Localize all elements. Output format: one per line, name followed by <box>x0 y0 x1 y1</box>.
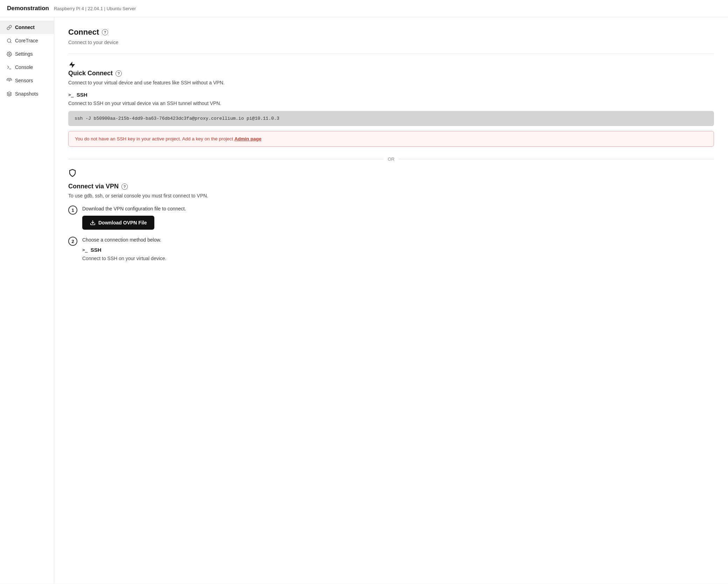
step-1-content: Download the VPN configuration file to c… <box>82 205 714 230</box>
page-title-help-icon[interactable]: ? <box>102 29 108 35</box>
vpn-ssh-title-row: >_ SSH <box>82 247 714 253</box>
quick-connect-description: Connect to your virtual device and use f… <box>68 80 714 85</box>
gear-icon <box>6 51 12 57</box>
device-meta: Raspberry Pi 4 | 22.04.1 | Ubuntu Server <box>53 6 136 11</box>
quick-connect-help-icon[interactable]: ? <box>115 70 122 77</box>
vpn-help-icon[interactable]: ? <box>121 183 128 190</box>
main-content: Connect ? Connect to your device Quick C… <box>54 17 728 584</box>
app-title: Demonstration <box>7 5 49 12</box>
search-icon <box>6 38 12 43</box>
vpn-description: To use gdb, ssh, or serial console you m… <box>68 193 714 199</box>
sidebar: Connect CoreTrace Settings <box>0 17 54 584</box>
warning-text: You do not have an SSH key in your activ… <box>75 136 234 141</box>
svg-line-1 <box>10 42 11 43</box>
ssh-warning-box: You do not have an SSH key in your activ… <box>68 131 714 147</box>
sidebar-item-snapshots[interactable]: Snapshots <box>0 87 54 100</box>
sidebar-item-settings-label: Settings <box>15 51 33 57</box>
layers-icon <box>6 91 12 97</box>
ssh-command: ssh -J b50900aa-215b-4dd9-ba63-76db423dc… <box>75 116 279 121</box>
sidebar-item-coretrace[interactable]: CoreTrace <box>0 34 54 47</box>
page-subtitle: Connect to your device <box>68 40 714 45</box>
sidebar-item-connect[interactable]: Connect <box>0 21 54 34</box>
download-ovpn-label: Download OVPN File <box>98 220 147 225</box>
download-ovpn-button[interactable]: Download OVPN File <box>82 216 154 230</box>
sidebar-item-snapshots-label: Snapshots <box>15 91 38 97</box>
shield-icon <box>68 169 714 179</box>
svg-point-2 <box>8 53 10 55</box>
sidebar-item-sensors-label: Sensors <box>15 78 33 83</box>
step-2-label: Choose a connection method below. <box>82 237 714 243</box>
vpn-section: Connect via VPN ? To use gdb, ssh, or se… <box>68 169 714 266</box>
svg-point-4 <box>9 80 10 81</box>
sidebar-item-connect-label: Connect <box>15 25 35 30</box>
sidebar-item-settings[interactable]: Settings <box>0 47 54 61</box>
vpn-ssh-title: SSH <box>91 247 102 253</box>
sidebar-item-coretrace-label: CoreTrace <box>15 38 38 43</box>
ssh-terminal-icon: >_ <box>68 92 74 97</box>
vpn-title: Connect via VPN <box>68 183 119 190</box>
download-icon <box>90 220 96 225</box>
title-divider <box>68 54 714 54</box>
quick-connect-title-row: Quick Connect ? <box>68 70 714 77</box>
ssh-description: Connect to SSH on your virtual device vi… <box>68 100 714 106</box>
vpn-step-2: 2 Choose a connection method below. >_ S… <box>68 236 714 266</box>
or-text: OR <box>388 157 395 162</box>
link-icon <box>6 25 12 30</box>
vpn-step-1: 1 Download the VPN configuration file to… <box>68 205 714 230</box>
wifi-icon <box>6 78 12 83</box>
quick-connect-title: Quick Connect <box>68 70 113 77</box>
sidebar-item-sensors[interactable]: Sensors <box>0 74 54 87</box>
step-1-label: Download the VPN configuration file to c… <box>82 206 714 211</box>
admin-page-link[interactable]: Admin page <box>234 136 261 141</box>
svg-marker-5 <box>7 92 12 94</box>
ssh-command-box[interactable]: ssh -J b50900aa-215b-4dd9-ba63-76db423dc… <box>68 111 714 126</box>
sidebar-item-console-label: Console <box>15 64 33 70</box>
page-title: Connect <box>68 28 99 37</box>
lightning-icon <box>68 61 714 70</box>
ssh-subsection: >_ SSH Connect to SSH on your virtual de… <box>68 92 714 147</box>
page-title-row: Connect ? <box>68 28 714 37</box>
or-divider: OR <box>68 157 714 162</box>
quick-connect-section: Quick Connect ? Connect to your virtual … <box>68 61 714 147</box>
layout: Connect CoreTrace Settings <box>0 17 728 584</box>
step-2-number: 2 <box>68 237 77 246</box>
sidebar-item-console[interactable]: Console <box>0 61 54 74</box>
console-icon <box>6 64 12 70</box>
vpn-title-row: Connect via VPN ? <box>68 183 714 190</box>
ssh-title-row: >_ SSH <box>68 92 714 98</box>
ssh-title: SSH <box>77 92 88 98</box>
step-2-content: Choose a connection method below. >_ SSH… <box>82 236 714 266</box>
vpn-ssh-desc: Connect to SSH on your virtual device. <box>82 256 714 261</box>
header: Demonstration Raspberry Pi 4 | 22.04.1 |… <box>0 0 728 17</box>
vpn-ssh-terminal-icon: >_ <box>82 247 88 252</box>
step-1-number: 1 <box>68 206 77 215</box>
